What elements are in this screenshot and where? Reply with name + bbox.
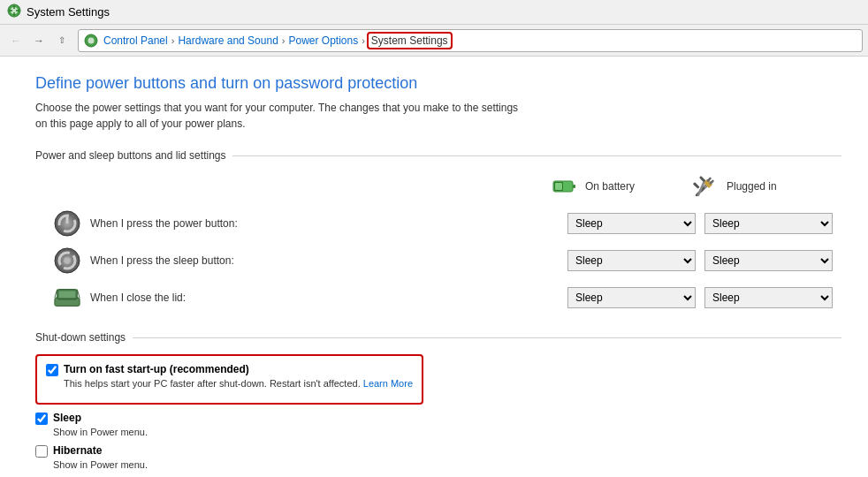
sleep-button-battery-select[interactable]: Sleep Do nothing Hibernate Shut down Tur… (567, 250, 696, 271)
battery-column-header: On battery (550, 172, 691, 201)
power-button-row: When I press the power button: Sleep Do … (35, 208, 841, 239)
fast-startup-sublabel: This helps start your PC faster after sh… (46, 378, 413, 389)
svg-rect-22 (59, 291, 76, 298)
hibernate-checkbox[interactable] (35, 445, 48, 458)
power-button-icon (53, 209, 81, 238)
power-button-label: When I press the power button: (90, 217, 238, 230)
sleep-button-icon (53, 246, 81, 275)
page-description: Choose the power settings that you want … (35, 100, 530, 132)
plug-icon (691, 172, 720, 201)
forward-button[interactable]: → (28, 30, 49, 51)
shutdown-section: Shut-down settings Turn on fast start-up… (35, 331, 841, 477)
lid-selects: Sleep Do nothing Hibernate Shut down Tur… (567, 287, 841, 308)
sleep-button-selects: Sleep Do nothing Hibernate Shut down Tur… (567, 250, 841, 271)
battery-label: On battery (585, 180, 635, 193)
fast-startup-label[interactable]: Turn on fast start-up (recommended) (64, 363, 249, 375)
sleep-shutdown-label[interactable]: Sleep (53, 412, 81, 424)
plugged-label: Plugged in (727, 180, 777, 193)
title-bar-text: System Settings (27, 5, 110, 19)
fast-startup-row: Turn on fast start-up (recommended) (46, 363, 413, 376)
learn-more-link[interactable]: Learn More (363, 378, 413, 389)
power-button-plugged-select[interactable]: Sleep Do nothing Hibernate Shut down Tur… (704, 213, 833, 234)
hibernate-shutdown-sublabel: Show in Power menu. (35, 459, 841, 470)
hibernate-shutdown-item: Hibernate Show in Power menu. (35, 444, 841, 470)
sleep-shutdown-sublabel: Show in Power menu. (35, 427, 841, 437)
svg-rect-9 (693, 182, 700, 189)
table-header-row: On battery Plugged in (35, 172, 841, 201)
lid-battery-select[interactable]: Sleep Do nothing Hibernate Shut down Tur… (567, 287, 696, 308)
title-bar: System Settings (0, 0, 868, 25)
fast-startup-checkbox[interactable] (46, 364, 58, 376)
nav-bar: ← → ⇧ Control Panel › Hardware and Sound… (0, 25, 868, 57)
breadcrumb: Control Panel › Hardware and Sound › Pow… (78, 29, 863, 52)
lid-plugged-select[interactable]: Sleep Do nothing Hibernate Shut down Tur… (704, 287, 833, 308)
sleep-button-label: When I press the sleep button: (90, 254, 234, 267)
svg-point-19 (64, 257, 71, 264)
breadcrumb-system-settings: System Settings (369, 34, 451, 48)
svg-rect-16 (66, 216, 69, 223)
plugged-column-header: Plugged in (691, 172, 833, 201)
content-area: Define power buttons and turn on passwor… (0, 57, 868, 477)
breadcrumb-control-panel[interactable]: Control Panel (103, 34, 168, 47)
power-button-selects: Sleep Do nothing Hibernate Shut down Tur… (567, 213, 841, 234)
battery-icon (550, 172, 578, 201)
settings-table: On battery Plugged in (35, 172, 841, 314)
up-button[interactable]: ⇧ (51, 30, 72, 51)
breadcrumb-power-options[interactable]: Power Options (288, 34, 358, 47)
svg-rect-6 (573, 185, 575, 188)
lid-icon (53, 284, 81, 312)
fast-startup-container: Turn on fast start-up (recommended) This… (35, 354, 423, 405)
back-button[interactable]: ← (5, 30, 27, 51)
title-bar-icon (7, 4, 21, 21)
svg-point-3 (88, 38, 95, 44)
sleep-shutdown-item: Sleep Show in Power menu. (35, 412, 841, 437)
shutdown-section-header: Shut-down settings (35, 331, 841, 344)
sleep-checkbox[interactable] (35, 413, 48, 425)
lid-row: When I close the lid: Sleep Do nothing H… (35, 282, 841, 314)
sleep-button-plugged-select[interactable]: Sleep Do nothing Hibernate Shut down Tur… (704, 250, 833, 271)
power-section-header: Power and sleep buttons and lid settings (35, 149, 841, 162)
breadcrumb-hardware-sound[interactable]: Hardware and Sound (178, 34, 278, 47)
lid-label: When I close the lid: (90, 292, 186, 304)
sleep-button-row: When I press the sleep button: Sleep Do … (35, 245, 841, 276)
svg-rect-7 (555, 183, 562, 190)
power-button-battery-select[interactable]: Sleep Do nothing Hibernate Shut down Tur… (567, 213, 696, 234)
hibernate-shutdown-label[interactable]: Hibernate (53, 444, 102, 457)
main-area: Define power buttons and turn on passwor… (0, 57, 868, 477)
page-title: Define power buttons and turn on passwor… (35, 74, 841, 93)
